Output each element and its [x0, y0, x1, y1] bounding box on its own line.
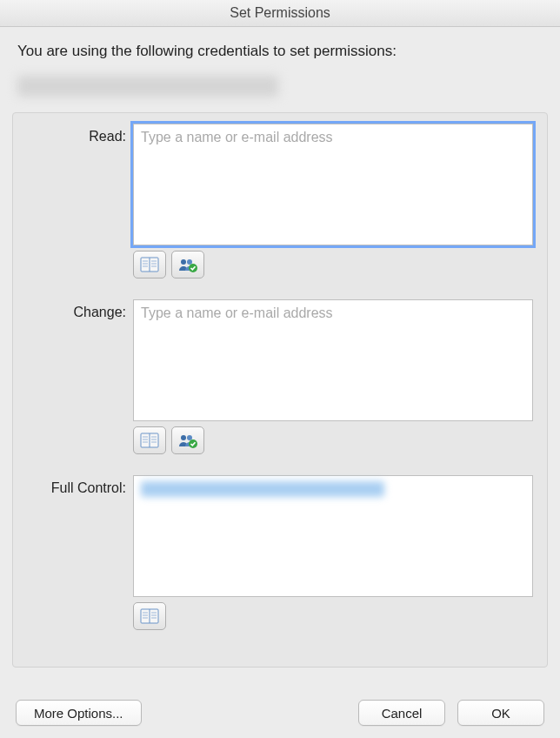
change-checknames-button[interactable]: [171, 426, 204, 454]
row-full-control: Full Control:: [22, 475, 538, 646]
check-names-icon: [177, 257, 198, 272]
cancel-button[interactable]: Cancel: [358, 700, 445, 726]
change-label: Change:: [22, 299, 133, 320]
intro-text: You are using the following credentials …: [0, 43, 560, 67]
full-control-input[interactable]: [133, 475, 533, 597]
credential-value-redacted: [17, 76, 278, 97]
window-title: Set Permissions: [230, 5, 330, 20]
dialog-footer: More Options... Cancel OK: [0, 700, 560, 726]
svg-point-19: [181, 435, 186, 440]
dialog-content: You are using the following credentials …: [0, 27, 560, 668]
svg-point-9: [187, 259, 192, 265]
full-control-value-redacted: [141, 481, 384, 497]
address-book-icon: [140, 608, 159, 624]
svg-point-20: [187, 435, 192, 440]
address-book-icon: [140, 433, 159, 448]
permissions-panel: Read: Type a name or e-mail address: [12, 112, 548, 668]
full-control-field-col: [133, 475, 538, 646]
full-control-icon-row: [133, 602, 538, 630]
read-icon-row: [133, 251, 538, 278]
change-input[interactable]: Type a name or e-mail address: [133, 299, 533, 421]
read-checknames-button[interactable]: [171, 251, 204, 278]
change-icon-row: [133, 426, 538, 454]
read-addressbook-button[interactable]: [133, 251, 166, 278]
read-input[interactable]: Type a name or e-mail address: [133, 124, 533, 245]
change-field-col: Type a name or e-mail address: [133, 299, 538, 470]
row-change: Change: Type a name or e-mail address: [22, 299, 538, 470]
ok-button[interactable]: OK: [457, 700, 544, 726]
read-label: Read:: [22, 124, 133, 144]
row-read: Read: Type a name or e-mail address: [22, 124, 538, 294]
more-options-button[interactable]: More Options...: [16, 700, 142, 726]
full-control-addressbook-button[interactable]: [133, 602, 166, 630]
full-control-label: Full Control:: [22, 475, 133, 496]
check-names-icon: [177, 433, 198, 448]
address-book-icon: [140, 257, 159, 272]
window-titlebar: Set Permissions: [0, 0, 560, 27]
change-placeholder: Type a name or e-mail address: [141, 305, 333, 320]
read-placeholder: Type a name or e-mail address: [141, 130, 333, 144]
read-field-col: Type a name or e-mail address: [133, 124, 538, 294]
svg-point-8: [181, 259, 186, 265]
change-addressbook-button[interactable]: [133, 426, 166, 454]
